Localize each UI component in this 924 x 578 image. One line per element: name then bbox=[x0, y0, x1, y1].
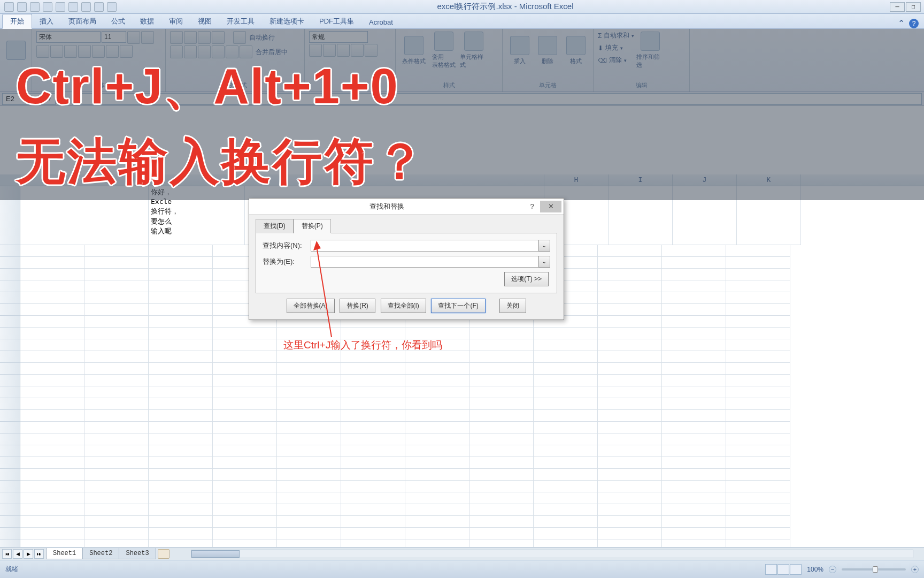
row-header[interactable] bbox=[0, 304, 20, 316]
cell[interactable] bbox=[277, 328, 341, 339]
cell[interactable] bbox=[405, 398, 469, 410]
cell[interactable] bbox=[149, 410, 213, 422]
dialog-close-button[interactable]: ✕ bbox=[540, 201, 561, 212]
cell[interactable] bbox=[726, 292, 790, 304]
cell[interactable] bbox=[534, 422, 598, 434]
cell[interactable] bbox=[20, 492, 84, 504]
cell[interactable] bbox=[726, 504, 790, 516]
cell[interactable] bbox=[213, 363, 277, 375]
cell[interactable] bbox=[405, 434, 469, 445]
replace-dropdown-icon[interactable]: ⌄ bbox=[538, 256, 550, 268]
cell[interactable] bbox=[20, 398, 84, 410]
cell[interactable] bbox=[20, 528, 84, 539]
cell[interactable] bbox=[469, 386, 534, 398]
cell[interactable] bbox=[341, 328, 405, 339]
find-next-button[interactable]: 查找下一个(F) bbox=[431, 299, 485, 313]
align-left-icon[interactable] bbox=[170, 45, 183, 58]
format-cells-button[interactable]: 格式 bbox=[563, 31, 589, 70]
cell[interactable] bbox=[149, 328, 213, 339]
cell[interactable] bbox=[84, 292, 149, 304]
cell[interactable] bbox=[726, 422, 790, 434]
cell[interactable] bbox=[84, 304, 149, 316]
cell[interactable] bbox=[469, 410, 534, 422]
cell[interactable] bbox=[84, 422, 149, 434]
cell[interactable] bbox=[20, 434, 84, 445]
cell[interactable] bbox=[20, 481, 84, 492]
cell[interactable] bbox=[20, 186, 149, 245]
cell[interactable] bbox=[341, 445, 405, 457]
cell[interactable] bbox=[84, 516, 149, 528]
cell[interactable] bbox=[534, 481, 598, 492]
row-header[interactable] bbox=[0, 292, 20, 304]
tab-home[interactable]: 开始 bbox=[2, 14, 32, 29]
cell[interactable] bbox=[277, 398, 341, 410]
cell[interactable] bbox=[84, 457, 149, 469]
row-header[interactable] bbox=[0, 457, 20, 469]
tab-insert[interactable]: 插入 bbox=[32, 14, 61, 28]
qat-icon[interactable] bbox=[94, 2, 104, 12]
cell[interactable] bbox=[534, 434, 598, 445]
cell[interactable] bbox=[20, 375, 84, 386]
cell[interactable] bbox=[726, 269, 790, 280]
cell[interactable] bbox=[341, 504, 405, 516]
maximize-button[interactable]: □ bbox=[906, 2, 921, 12]
cell[interactable] bbox=[598, 245, 662, 257]
prev-sheet-button[interactable]: ◀ bbox=[13, 549, 22, 559]
cell[interactable] bbox=[277, 375, 341, 386]
cell[interactable] bbox=[149, 422, 213, 434]
row-header[interactable] bbox=[0, 339, 20, 351]
row-header[interactable] bbox=[0, 386, 20, 398]
cell[interactable] bbox=[469, 351, 534, 363]
cell[interactable] bbox=[149, 398, 213, 410]
cell[interactable] bbox=[726, 339, 790, 351]
cell[interactable] bbox=[84, 269, 149, 280]
cell[interactable] bbox=[84, 504, 149, 516]
qat-icon[interactable] bbox=[43, 2, 52, 12]
cell[interactable] bbox=[213, 481, 277, 492]
tab-custom[interactable]: 新建选项卡 bbox=[262, 14, 312, 28]
italic-icon[interactable] bbox=[50, 45, 63, 58]
cell[interactable] bbox=[341, 492, 405, 504]
cell[interactable] bbox=[341, 457, 405, 469]
cell[interactable] bbox=[341, 469, 405, 481]
row-header[interactable] bbox=[0, 363, 20, 375]
wrap-text-icon[interactable] bbox=[233, 31, 246, 44]
row-header[interactable] bbox=[0, 375, 20, 386]
cell[interactable] bbox=[534, 516, 598, 528]
zoom-thumb[interactable] bbox=[873, 566, 878, 573]
cell[interactable] bbox=[149, 434, 213, 445]
cell[interactable] bbox=[726, 481, 790, 492]
cell[interactable] bbox=[534, 445, 598, 457]
row-header[interactable] bbox=[0, 316, 20, 328]
cell[interactable] bbox=[20, 339, 84, 351]
cell[interactable] bbox=[662, 375, 726, 386]
cell[interactable] bbox=[213, 328, 277, 339]
row-header[interactable] bbox=[0, 398, 20, 410]
cell[interactable] bbox=[84, 328, 149, 339]
help-icon[interactable]: ? bbox=[909, 19, 919, 28]
tab-formulas[interactable]: 公式 bbox=[104, 14, 133, 28]
align-top-icon[interactable] bbox=[170, 31, 183, 44]
cell[interactable] bbox=[598, 351, 662, 363]
cell[interactable] bbox=[469, 469, 534, 481]
cell[interactable] bbox=[213, 386, 277, 398]
cell[interactable] bbox=[662, 445, 726, 457]
tab-pdf[interactable]: PDF工具集 bbox=[312, 14, 361, 28]
cell[interactable] bbox=[84, 351, 149, 363]
cell[interactable] bbox=[662, 257, 726, 269]
cell[interactable] bbox=[405, 492, 469, 504]
cell[interactable] bbox=[662, 504, 726, 516]
insert-cells-button[interactable]: 插入 bbox=[507, 31, 533, 70]
cell[interactable] bbox=[534, 504, 598, 516]
tab-layout[interactable]: 页面布局 bbox=[61, 14, 104, 28]
cell[interactable] bbox=[341, 410, 405, 422]
cell[interactable] bbox=[598, 316, 662, 328]
cell[interactable] bbox=[662, 328, 726, 339]
cell[interactable] bbox=[20, 445, 84, 457]
col-header[interactable]: K bbox=[737, 174, 801, 186]
cell[interactable] bbox=[277, 516, 341, 528]
horizontal-scrollbar[interactable] bbox=[191, 550, 913, 558]
cell[interactable] bbox=[213, 528, 277, 539]
cell[interactable] bbox=[598, 363, 662, 375]
cell[interactable] bbox=[20, 292, 84, 304]
